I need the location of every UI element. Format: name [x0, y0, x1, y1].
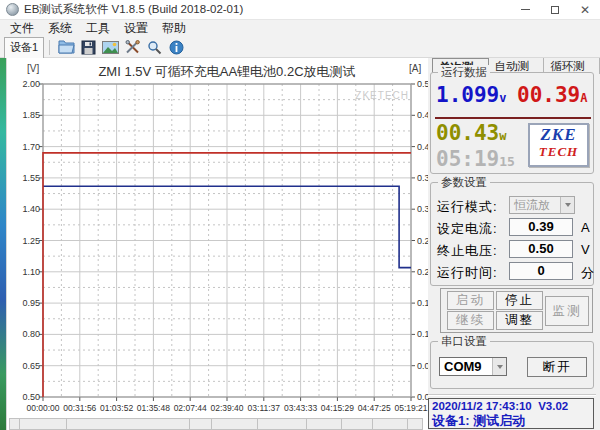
axis-tick-label: 1.10	[11, 267, 40, 277]
open-folder-icon[interactable]	[55, 38, 77, 56]
close-icon[interactable]: ✕	[570, 0, 600, 19]
axis-tick-label: 1.25	[11, 236, 40, 246]
run-time-unit: 分	[581, 264, 594, 282]
start-button[interactable]: 启动	[447, 291, 494, 310]
status-box: 2020/11/2 17:43:10 V3.02 设备1: 测试启动	[428, 398, 594, 429]
zoom-icon[interactable]	[143, 38, 165, 56]
axis-tick-label: 0.95	[11, 298, 40, 308]
axis-tick-label: 0.65	[11, 361, 40, 371]
parameters-group-label: 参数设置	[438, 175, 490, 190]
menu-bar: 文件 系统 工具 设置 帮助	[0, 20, 600, 37]
serial-group-label: 串口设置	[438, 334, 490, 349]
run-time-field[interactable]: 0	[509, 262, 573, 280]
resume-button[interactable]: 继续	[447, 311, 494, 330]
minimize-icon[interactable]	[510, 0, 540, 19]
menu-help[interactable]: 帮助	[155, 20, 193, 37]
power-display: 00.43w	[436, 123, 506, 144]
current-display: 00.39A	[517, 85, 587, 106]
chart-panel: ZMI 1.5V 可循环充电AA锂电池0.2C放电测试 [V] [A] ZKET…	[6, 58, 428, 430]
cutoff-voltage-row: 终止电压: 0.50 V	[431, 239, 593, 259]
axis-tick-label: 1.85	[11, 110, 40, 120]
chevron-down-icon[interactable]	[560, 197, 574, 213]
cutoff-voltage-field[interactable]: 0.50	[509, 240, 573, 258]
axis-tick-label: 1.70	[11, 142, 40, 152]
stop-button[interactable]: 停止	[496, 291, 543, 310]
display-separator	[435, 117, 591, 119]
status-device-state: 设备1: 测试启动	[432, 412, 590, 430]
menu-settings[interactable]: 设置	[117, 20, 155, 37]
set-current-unit: A	[581, 220, 590, 235]
run-data-group: 运行数据 1.099v 00.39A 00.43w 05:1915 ZKE TE…	[430, 72, 594, 174]
window-title: EB测试系统软件 V1.8.5 (Build 2018-02-01)	[24, 2, 243, 17]
tools-icon[interactable]	[121, 38, 143, 56]
run-mode-row: 运行模式: 恒流放	[431, 195, 593, 215]
toolbar: 设备1	[0, 37, 600, 58]
cutoff-voltage-label: 终止电压:	[437, 242, 498, 260]
set-current-row: 设定电流: 0.39 A	[431, 217, 593, 237]
serial-port-group: 串口设置 COM9 断开	[430, 341, 594, 389]
data-table-header-strip	[9, 418, 423, 430]
voltage-display: 1.099v	[436, 85, 506, 106]
window-controls: ✕	[510, 0, 600, 19]
axis-tick-label: 1.40	[11, 204, 40, 214]
axis-tick-label: 1.55	[11, 173, 40, 183]
axis-tick-label: 0.50	[11, 392, 40, 402]
export-image-icon[interactable]	[99, 38, 121, 56]
monitor-button[interactable]: 监测	[545, 296, 589, 326]
run-time-row: 运行时间: 0 分	[431, 261, 593, 281]
info-icon[interactable]	[165, 38, 187, 56]
set-current-field[interactable]: 0.39	[509, 218, 573, 236]
run-mode-label: 运行模式:	[437, 198, 498, 216]
chart-plot	[7, 58, 429, 430]
run-time-label: 运行时间:	[437, 264, 498, 282]
set-current-label: 设定电流:	[437, 220, 498, 238]
control-buttons-box: 启动 停止 继续 调整 监测	[440, 288, 593, 333]
cutoff-voltage-unit: V	[581, 242, 590, 257]
axis-tick-label: 2.00	[11, 79, 40, 89]
elapsed-time-display: 05:1915	[436, 149, 515, 170]
parameters-group: 参数设置 运行模式: 恒流放 设定电流: 0.39 A 终止电压: 0.50 V…	[430, 182, 594, 286]
run-mode-select[interactable]: 恒流放	[509, 196, 575, 214]
panel-separator	[428, 394, 596, 396]
adjust-button[interactable]: 调整	[496, 311, 543, 330]
title-bar: EB测试系统软件 V1.8.5 (Build 2018-02-01) ✕	[0, 0, 600, 20]
save-icon[interactable]	[77, 38, 99, 56]
maximize-icon[interactable]	[540, 0, 570, 19]
disconnect-button[interactable]: 断开	[527, 357, 587, 377]
right-panel: 单次测试 自动测试 循环测试 运行数据 1.099v 00.39A 00.43w…	[428, 58, 600, 430]
menu-file[interactable]: 文件	[3, 20, 41, 37]
com-port-select[interactable]: COM9	[439, 357, 507, 376]
run-data-group-label: 运行数据	[438, 65, 490, 80]
status-datetime-version: 2020/11/2 17:43:10 V3.02	[432, 400, 590, 412]
device-tab[interactable]: 设备1	[4, 37, 44, 58]
app-window: EB测试系统软件 V1.8.5 (Build 2018-02-01) ✕ 文件 …	[0, 0, 600, 430]
axis-tick-label: 0.80	[11, 329, 40, 339]
menu-tools[interactable]: 工具	[79, 20, 117, 37]
chevron-down-icon[interactable]	[492, 358, 506, 375]
zketech-logo: ZKE TECH	[528, 123, 589, 167]
toolbar-separator	[49, 40, 50, 55]
menu-system[interactable]: 系统	[41, 20, 79, 37]
app-icon	[6, 3, 19, 16]
